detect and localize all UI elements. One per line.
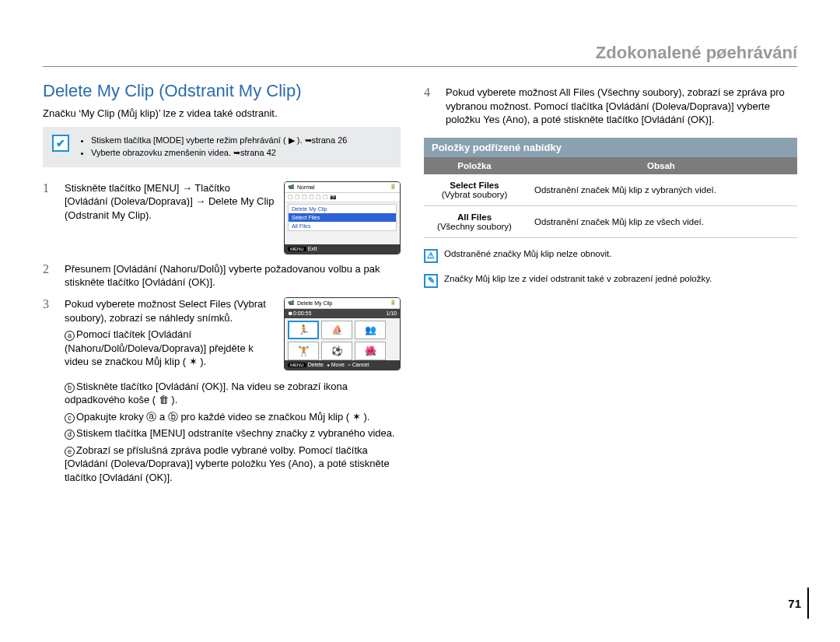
pencil-icon: ✎ <box>424 274 438 288</box>
substep-b: Stiskněte tlačítko [Ovládání (OK)]. Na v… <box>65 381 348 406</box>
step-number: 4 <box>424 86 438 127</box>
tip-item-2: Vyberte obrazovku zmenšenin videa. ➥stra… <box>91 147 347 160</box>
step1-text: Stiskněte tlačítko [MENU] → Tlačítko [Ov… <box>65 181 276 254</box>
step3-text: Pokud vyberete možnost Select Files (Vyb… <box>65 297 276 325</box>
page-number: 71 <box>788 588 809 619</box>
substep-e: Zobrazí se příslušná zpráva podle vybran… <box>65 444 390 483</box>
substep-c: Opakujte kroky ⓐ a ⓑ pro každé video se … <box>76 411 369 423</box>
table-header-content: Obsah <box>525 157 797 174</box>
step2-text: Přesunem [Ovládání (Nahoru/Dolů)] vybert… <box>65 262 401 289</box>
menu-screenshot-1: 📹Normal🔋 ▢ ▢ ▢ ▢ ▢ ▢ 📷 Delete My Clip Se… <box>284 181 401 254</box>
table-row: All Files(Všechny soubory) Odstranění zn… <box>424 205 797 237</box>
options-table: Položka Obsah Select Files(Vybrat soubor… <box>424 157 797 238</box>
page-header-title: Zdokonalené pøehrávání <box>43 43 797 63</box>
table-row: Select Files(Vybrat soubory) Odstranění … <box>424 174 797 206</box>
step-number: 3 <box>43 297 57 372</box>
info-note: ✎ Značky Můj klip lze z videí odstranit … <box>424 274 797 288</box>
tip-box: ✔ Stiskem tlačítka [MODE] vyberte režim … <box>43 127 401 167</box>
warning-text: Odstraněné značky Můj klip nelze obnovit… <box>444 249 611 258</box>
step-number: 1 <box>43 181 57 254</box>
section-intro: Značku ‘My Clip (Můj klip)’ lze z videa … <box>43 107 401 119</box>
section-title: Delete My Clip (Odstranit My Clip) <box>43 81 401 101</box>
tip-item-1: Stiskem tlačítka [MODE] vyberte režim př… <box>91 135 347 147</box>
check-icon: ✔ <box>52 135 69 152</box>
warning-icon: ⚠ <box>424 249 438 263</box>
sub-header: Položky podřízené nabídky <box>424 138 797 157</box>
table-header-item: Položka <box>424 157 525 174</box>
warning-note: ⚠ Odstraněné značky Můj klip nelze obnov… <box>424 249 797 263</box>
menu-screenshot-2: 📹Delete My Clip🔋 ⏺ 0:00:551/10 🏃⛵👥 🏋⚽🌺 M… <box>284 297 401 370</box>
substep-a: Pomocí tlačítek [Ovládání (Nahoru/Dolů/D… <box>65 328 254 367</box>
step-number: 2 <box>43 262 57 289</box>
header-divider <box>43 66 797 67</box>
step4-text: Pokud vyberete možnost All Files (Všechn… <box>446 86 797 127</box>
substep-d: Stiskem tlačítka [MENU] odstraníte všech… <box>76 427 395 439</box>
info-text: Značky Můj klip lze z videí odstranit ta… <box>444 274 712 283</box>
